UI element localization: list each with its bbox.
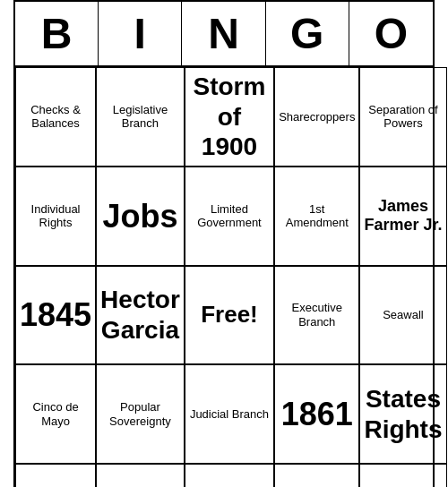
bingo-cell-7: Limited Government bbox=[185, 167, 274, 266]
bingo-header: BINGO bbox=[15, 2, 433, 67]
bingo-letter-g: G bbox=[266, 2, 349, 65]
bingo-cell-15: Cinco de Mayo bbox=[15, 364, 96, 464]
bingo-cell-23: Buffalo Soldiers bbox=[274, 464, 359, 487]
bingo-cell-9: James Farmer Jr. bbox=[359, 167, 446, 266]
bingo-cell-5: Individual Rights bbox=[15, 167, 96, 266]
bingo-letter-i: I bbox=[99, 2, 182, 65]
bingo-cell-3: Sharecroppers bbox=[274, 67, 359, 167]
bingo-cell-11: Hector Garcia bbox=[96, 266, 185, 365]
bingo-cell-2: Storm of 1900 bbox=[185, 67, 274, 167]
bingo-letter-n: N bbox=[182, 2, 265, 65]
bingo-cell-19: States Rights bbox=[359, 364, 446, 464]
bingo-cell-22: Industrialization bbox=[185, 464, 274, 487]
bingo-letter-o: O bbox=[349, 2, 433, 65]
bingo-cell-4: Separation of Powers bbox=[359, 67, 446, 167]
bingo-cell-18: 1861 bbox=[274, 364, 359, 464]
bingo-cell-0: Checks & Balances bbox=[15, 67, 96, 167]
bingo-cell-10: 1845 bbox=[15, 266, 96, 365]
bingo-cell-14: Seawall bbox=[359, 266, 446, 365]
bingo-cell-20: Federalism bbox=[15, 464, 96, 487]
bingo-cell-1: Legislative Branch bbox=[96, 67, 185, 167]
bingo-cell-12: Free! bbox=[185, 266, 274, 365]
bingo-cell-16: Popular Sovereignty bbox=[96, 364, 185, 464]
bingo-letter-b: B bbox=[15, 2, 99, 65]
bingo-cell-8: 1st Amendment bbox=[274, 167, 359, 266]
bingo-cell-17: Judicial Branch bbox=[185, 364, 274, 464]
bingo-cell-13: Executive Branch bbox=[274, 266, 359, 365]
bingo-grid: Checks & BalancesLegislative BranchStorm… bbox=[15, 67, 433, 487]
bingo-cell-24: NASA bbox=[359, 464, 446, 487]
bingo-cell-21: Republicanism bbox=[96, 464, 185, 487]
bingo-cell-6: Jobs bbox=[96, 167, 185, 266]
bingo-card: BINGO Checks & BalancesLegislative Branc… bbox=[13, 0, 435, 487]
